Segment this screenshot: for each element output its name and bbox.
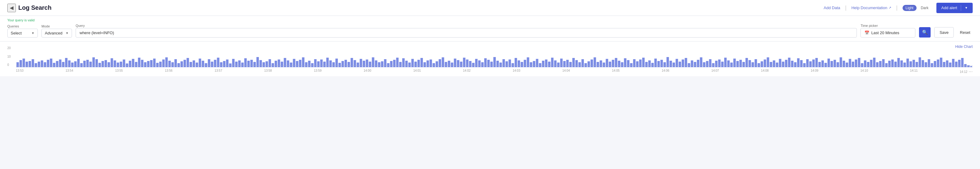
svg-rect-307: [946, 61, 948, 67]
svg-rect-171: [533, 61, 535, 67]
svg-rect-220: [682, 59, 684, 67]
svg-rect-209: [648, 61, 651, 67]
svg-rect-151: [472, 63, 474, 67]
svg-rect-135: [423, 62, 426, 67]
more-options-icon[interactable]: ···: [969, 69, 973, 75]
svg-rect-20: [74, 61, 76, 67]
svg-rect-240: [743, 62, 745, 67]
svg-rect-78: [250, 60, 253, 67]
svg-rect-50: [165, 57, 168, 67]
svg-rect-256: [791, 61, 793, 67]
save-button[interactable]: Save: [934, 27, 954, 38]
svg-rect-187: [581, 59, 584, 67]
svg-rect-181: [563, 61, 566, 67]
separator-2: |: [896, 5, 898, 11]
x-label-8: 14:01: [413, 69, 421, 75]
svg-rect-246: [761, 61, 763, 67]
svg-rect-104: [329, 61, 332, 67]
svg-rect-86: [275, 61, 277, 67]
svg-rect-287: [885, 63, 888, 67]
svg-rect-288: [888, 61, 891, 67]
svg-rect-180: [560, 59, 563, 67]
svg-rect-214: [663, 62, 666, 67]
time-picker-label: Time picker: [861, 24, 915, 27]
mode-chevron-down-icon: ▼: [65, 32, 68, 35]
svg-rect-88: [281, 62, 283, 67]
svg-rect-119: [375, 61, 377, 67]
svg-rect-51: [168, 61, 171, 67]
add-alert-button[interactable]: Add alert ▼: [936, 3, 973, 13]
chart-container: 20 10 0: [7, 46, 973, 74]
page-title: Log Search: [18, 4, 51, 11]
svg-rect-281: [867, 62, 869, 67]
svg-rect-130: [408, 62, 411, 67]
svg-rect-10: [44, 62, 46, 67]
add-data-link[interactable]: Add Data: [824, 5, 840, 10]
svg-rect-115: [363, 61, 365, 67]
svg-rect-164: [512, 63, 514, 67]
svg-rect-280: [864, 61, 866, 67]
svg-rect-178: [554, 61, 557, 67]
svg-rect-303: [934, 61, 936, 67]
query-label: Query: [76, 24, 857, 27]
svg-rect-14: [56, 61, 58, 67]
queries-field-group: Queries Select ▼: [7, 24, 38, 38]
svg-rect-308: [949, 62, 951, 67]
svg-rect-121: [381, 61, 383, 67]
svg-rect-247: [764, 59, 766, 67]
svg-rect-264: [815, 58, 818, 67]
svg-rect-132: [414, 62, 417, 67]
mode-select[interactable]: Advanced ▼: [41, 29, 72, 38]
svg-rect-145: [454, 59, 457, 67]
svg-rect-109: [345, 60, 347, 67]
svg-rect-58: [190, 62, 192, 67]
time-picker-input[interactable]: 📅 Last 20 Minutes: [861, 28, 915, 38]
svg-rect-64: [208, 59, 210, 67]
svg-rect-40: [135, 62, 137, 67]
svg-rect-15: [59, 59, 61, 67]
svg-rect-165: [515, 58, 517, 67]
svg-rect-7: [35, 63, 37, 67]
svg-rect-213: [660, 60, 663, 67]
svg-rect-45: [150, 60, 153, 67]
svg-rect-170: [530, 62, 532, 67]
svg-rect-216: [670, 61, 672, 67]
svg-rect-34: [117, 62, 119, 67]
svg-rect-276: [852, 62, 854, 67]
search-button[interactable]: 🔍: [919, 27, 931, 38]
query-input[interactable]: [76, 28, 857, 38]
help-documentation-link[interactable]: Help Documentation ↗: [851, 5, 891, 10]
x-label-1: 13:54: [65, 69, 73, 75]
svg-rect-149: [466, 59, 468, 67]
queries-select[interactable]: Select ▼: [7, 29, 38, 38]
back-button[interactable]: ◀: [7, 4, 16, 12]
svg-rect-270: [834, 60, 836, 67]
queries-label: Queries: [7, 24, 38, 28]
reset-button[interactable]: Reset: [958, 27, 973, 38]
time-picker-value: Last 20 Minutes: [871, 30, 899, 35]
x-label-10: 14:03: [512, 69, 520, 75]
dark-theme-button[interactable]: Dark: [918, 5, 932, 11]
svg-rect-56: [183, 60, 186, 67]
svg-rect-189: [587, 61, 590, 67]
svg-rect-85: [272, 63, 274, 67]
svg-rect-129: [405, 61, 408, 67]
svg-rect-273: [843, 61, 845, 67]
svg-rect-236: [730, 62, 733, 67]
svg-rect-315: [970, 66, 972, 67]
svg-rect-173: [539, 63, 541, 67]
svg-rect-205: [636, 61, 638, 67]
svg-rect-91: [290, 62, 293, 67]
svg-rect-251: [776, 62, 778, 67]
svg-rect-182: [566, 60, 569, 67]
svg-rect-179: [557, 62, 560, 67]
svg-rect-223: [691, 61, 694, 67]
svg-rect-83: [266, 61, 268, 67]
light-theme-button[interactable]: Light: [902, 5, 916, 11]
svg-rect-106: [336, 59, 338, 67]
svg-rect-79: [253, 62, 256, 67]
svg-rect-208: [645, 62, 648, 67]
mode-field-group: Mode Advanced ▼: [41, 24, 72, 38]
svg-rect-199: [618, 61, 620, 67]
svg-rect-105: [332, 62, 335, 67]
